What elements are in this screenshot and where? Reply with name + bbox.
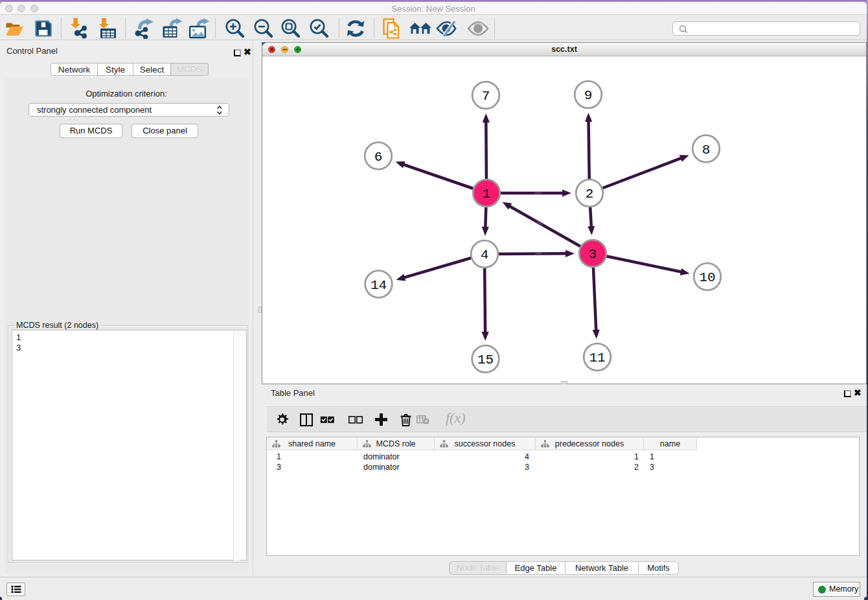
svg-text:6: 6 bbox=[374, 150, 383, 165]
svg-text:4: 4 bbox=[481, 248, 489, 262]
svg-text:8: 8 bbox=[702, 143, 711, 157]
svg-text:1: 1 bbox=[483, 187, 491, 202]
svg-text:14: 14 bbox=[371, 278, 387, 293]
svg-text:10: 10 bbox=[699, 270, 715, 285]
svg-text:7: 7 bbox=[482, 89, 490, 104]
svg-text:2: 2 bbox=[586, 187, 594, 202]
svg-text:15: 15 bbox=[477, 352, 494, 367]
svg-text:3: 3 bbox=[589, 247, 597, 262]
svg-text:9: 9 bbox=[584, 88, 593, 103]
svg-text:11: 11 bbox=[589, 351, 605, 365]
